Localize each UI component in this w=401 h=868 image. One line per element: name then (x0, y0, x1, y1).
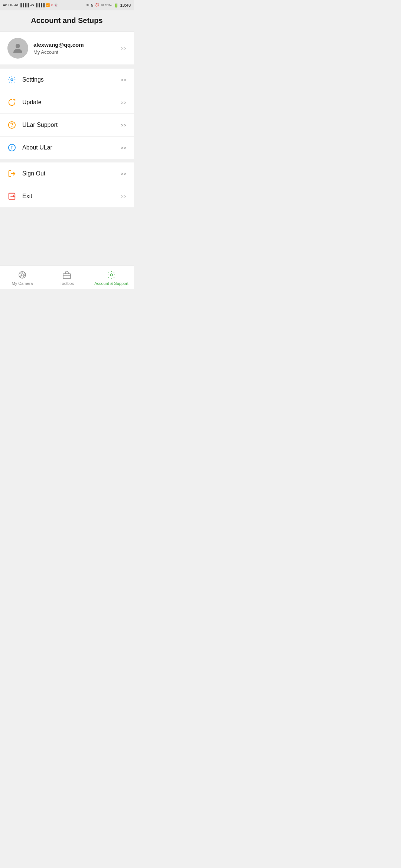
eye-icon: 👁 (86, 3, 89, 7)
signal-bars1: ▐▐▐▐ (19, 3, 29, 7)
account-email: alexwang@qq.com (33, 42, 84, 48)
page-title-bar: Account and Setups (0, 10, 134, 32)
svg-point-0 (16, 44, 20, 48)
update-icon (7, 98, 16, 107)
update-chevron: >> (121, 100, 126, 105)
svg-rect-13 (63, 274, 71, 279)
toolbox-label: Toolbox (60, 281, 74, 286)
about-ular-icon (7, 143, 16, 152)
menu-item-ular-support-left: ULar Support (7, 121, 58, 129)
about-ular-chevron: >> (121, 145, 126, 151)
status-right-icons: 👁 N ⏰ ⯳ 51% 🔋 13:48 (86, 3, 131, 8)
page-title: Account and Setups (0, 16, 134, 25)
avatar-icon (11, 42, 25, 55)
settings-label: Settings (22, 76, 44, 83)
time-display: 13:48 (120, 3, 131, 7)
account-label: My Account (33, 49, 84, 55)
account-chevron: >> (121, 46, 126, 51)
tab-item-account-support[interactable]: Account & Support (89, 270, 134, 286)
sign-out-chevron: >> (121, 171, 126, 177)
battery-icon: 🔋 (114, 3, 119, 8)
wifi-icon: 📶 (46, 3, 50, 7)
bluetooth-icon: ⯳ (101, 3, 104, 7)
account-left: alexwang@qq.com My Account (7, 38, 84, 59)
menu-item-ular-support[interactable]: ULar Support >> (0, 114, 134, 137)
menu-item-sign-out-left: Sign Out (7, 169, 45, 178)
tab-item-my-camera[interactable]: My Camera (0, 270, 45, 286)
sign-out-label: Sign Out (22, 170, 45, 177)
svg-point-12 (20, 273, 25, 277)
section-divider-1 (0, 65, 134, 69)
menu-item-settings[interactable]: Settings >> (0, 69, 134, 91)
tab-item-toolbox[interactable]: Toolbox (45, 270, 89, 286)
avatar (7, 38, 28, 59)
tab-bar: My Camera Toolbox Account & Support (0, 266, 134, 289)
svg-point-1 (11, 79, 13, 81)
settings-icon (7, 75, 16, 84)
battery-percent: 51% (105, 3, 112, 7)
svg-point-3 (12, 126, 12, 127)
menu-item-settings-left: Settings (7, 75, 44, 84)
alarm-icon: ⏰ (95, 3, 99, 7)
hd-icon: HD (3, 4, 7, 7)
signal-bars2: ▐▐▐▐ (35, 3, 45, 7)
svg-point-11 (21, 274, 23, 276)
account-row[interactable]: alexwang@qq.com My Account >> (0, 32, 134, 65)
toolbox-icon (62, 270, 72, 280)
signout-menu-list: Sign Out >> Exit >> (0, 162, 134, 207)
status-left-icons: HD HD₂ 4G ▐▐▐▐ 4G ▐▐▐▐ 📶 ♥ 👻 (3, 3, 58, 7)
heart-icon: ♥ (51, 3, 53, 7)
exit-chevron: >> (121, 194, 126, 199)
4g-icon2: 4G (30, 4, 34, 7)
sign-out-icon (7, 169, 16, 178)
ular-support-chevron: >> (121, 122, 126, 128)
exit-icon (7, 192, 16, 201)
menu-item-update-left: Update (7, 98, 42, 107)
ghost-icon: 👻 (54, 3, 58, 7)
account-support-label: Account & Support (94, 281, 128, 286)
svg-point-15 (110, 274, 113, 276)
4g-icon1: 4G (14, 4, 19, 7)
my-camera-label: My Camera (12, 281, 33, 286)
ular-support-label: ULar Support (22, 122, 58, 128)
ular-support-icon (7, 121, 16, 129)
about-ular-label: About ULar (22, 144, 52, 151)
menu-item-about-ular[interactable]: About ULar >> (0, 137, 134, 159)
account-support-icon (107, 270, 116, 280)
my-camera-icon (17, 270, 27, 280)
menu-item-exit-left: Exit (7, 192, 32, 201)
menu-item-sign-out[interactable]: Sign Out >> (0, 162, 134, 185)
menu-item-about-ular-left: About ULar (7, 143, 52, 152)
account-info: alexwang@qq.com My Account (33, 42, 84, 55)
hd2-icon: HD₂ (9, 4, 13, 7)
update-label: Update (22, 99, 42, 106)
n-icon: N (91, 3, 94, 7)
settings-chevron: >> (121, 77, 126, 83)
menu-item-exit[interactable]: Exit >> (0, 185, 134, 207)
exit-label: Exit (22, 193, 32, 200)
status-bar: HD HD₂ 4G ▐▐▐▐ 4G ▐▐▐▐ 📶 ♥ 👻 👁 N ⏰ ⯳ 51%… (0, 0, 134, 10)
section-divider-2 (0, 159, 134, 162)
main-menu-list: Settings >> Update >> (0, 69, 134, 159)
menu-item-update[interactable]: Update >> (0, 91, 134, 114)
